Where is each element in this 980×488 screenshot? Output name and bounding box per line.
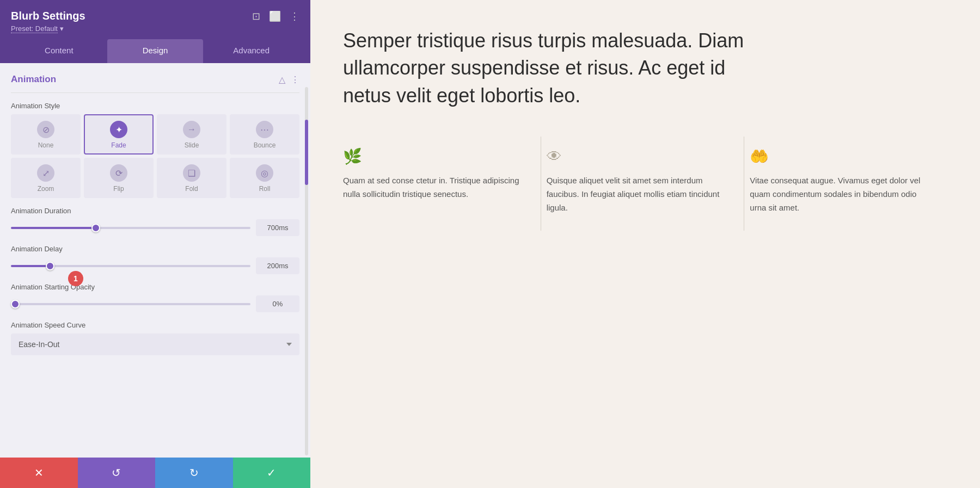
- card-1-text: Quam at sed conse ctetur in. Tristique a…: [343, 174, 524, 201]
- style-none[interactable]: ⊘ None: [11, 114, 81, 155]
- card-3-icon: 🤲: [750, 147, 931, 165]
- card-2-text: Quisque aliquet velit sit amet sem inter…: [547, 174, 728, 214]
- tab-design[interactable]: Design: [107, 39, 204, 63]
- fold-label: Fold: [185, 185, 198, 193]
- cards-row: 🌿 Quam at sed conse ctetur in. Tristique…: [343, 137, 947, 231]
- panel-title: Blurb Settings: [11, 10, 85, 22]
- flip-label: Flip: [113, 185, 124, 193]
- bottom-toolbar: ✕ ↺ ↻ ✓: [0, 458, 310, 488]
- opacity-input[interactable]: [256, 295, 299, 312]
- delay-input[interactable]: [256, 257, 299, 274]
- notification-badge: 1: [68, 271, 83, 286]
- style-slide[interactable]: → Slide: [157, 114, 226, 155]
- duration-slider-row: [11, 219, 299, 236]
- style-bounce[interactable]: ⋯ Bounce: [230, 114, 299, 155]
- roll-icon: ◎: [256, 164, 273, 182]
- undo-button[interactable]: ↺: [78, 458, 156, 488]
- resize-icon[interactable]: ⊡: [252, 10, 260, 22]
- content-area: Semper tristique risus turpis malesuada.…: [310, 0, 980, 488]
- main-heading: Semper tristique risus turpis malesuada.…: [343, 27, 746, 109]
- tab-advanced[interactable]: Advanced: [203, 39, 299, 63]
- opacity-slider-row: [11, 295, 299, 312]
- none-icon: ⊘: [37, 121, 54, 138]
- section-more-icon[interactable]: ⋮: [291, 75, 299, 85]
- tab-content[interactable]: Content: [11, 39, 107, 63]
- flip-icon: ⟳: [110, 164, 127, 182]
- redo-button[interactable]: ↻: [155, 458, 233, 488]
- slide-icon: →: [183, 121, 200, 138]
- panel-header: Blurb Settings ⊡ ⬜ ⋮ Preset: Default ▾ C…: [0, 0, 310, 63]
- opacity-slider[interactable]: [11, 303, 250, 305]
- speed-curve-select[interactable]: Ease-In-Out Linear Ease-In Ease-Out: [11, 333, 299, 355]
- style-zoom[interactable]: ⤢ Zoom: [11, 158, 81, 198]
- speed-curve-label: Animation Speed Curve: [11, 321, 299, 329]
- cancel-button[interactable]: ✕: [0, 458, 78, 488]
- slide-label: Slide: [185, 141, 199, 149]
- speed-curve-row: Ease-In-Out Linear Ease-In Ease-Out: [11, 333, 299, 355]
- style-roll[interactable]: ◎ Roll: [230, 158, 299, 198]
- more-icon[interactable]: ⋮: [290, 10, 299, 22]
- card-3-text: Vitae consequat augue. Vivamus eget dolo…: [750, 174, 931, 214]
- duration-input[interactable]: [256, 219, 299, 236]
- card-1-icon: 🌿: [343, 147, 524, 165]
- zoom-icon: ⤢: [37, 164, 54, 182]
- roll-label: Roll: [259, 185, 271, 193]
- style-flip[interactable]: ⟳ Flip: [84, 158, 154, 198]
- duration-label: Animation Duration: [11, 207, 299, 215]
- animation-style-grid: ⊘ None ✦ Fade → Slide ⋯ Bounce ⤢ Zoom ⟳ …: [11, 114, 299, 198]
- scrollbar[interactable]: [305, 87, 308, 455]
- fade-icon: ✦: [110, 121, 127, 138]
- animation-style-label: Animation Style: [11, 102, 299, 110]
- opacity-label: Animation Starting Opacity: [11, 283, 299, 291]
- none-label: None: [38, 141, 54, 149]
- animation-section-title: Animation: [11, 74, 56, 85]
- card-3: 🤲 Vitae consequat augue. Vivamus eget do…: [744, 137, 947, 231]
- card-1: 🌿 Quam at sed conse ctetur in. Tristique…: [343, 137, 541, 231]
- card-2-icon: 👁: [547, 147, 728, 165]
- fold-icon: ❑: [183, 164, 200, 182]
- style-fade[interactable]: ✦ Fade: [84, 114, 154, 155]
- style-fold[interactable]: ❑ Fold: [157, 158, 226, 198]
- card-2: 👁 Quisque aliquet velit sit amet sem int…: [541, 137, 744, 231]
- fullscreen-icon[interactable]: ⬜: [269, 10, 281, 22]
- save-button[interactable]: ✓: [233, 458, 311, 488]
- collapse-icon[interactable]: △: [279, 75, 285, 85]
- bounce-icon: ⋯: [256, 121, 273, 138]
- zoom-label: Zoom: [38, 185, 54, 193]
- delay-slider[interactable]: [11, 265, 250, 267]
- animation-section-header: Animation △ ⋮: [11, 63, 299, 93]
- header-icons: ⊡ ⬜ ⋮: [252, 10, 299, 22]
- delay-label: Animation Delay: [11, 245, 299, 253]
- delay-slider-row: [11, 257, 299, 274]
- duration-slider[interactable]: [11, 227, 250, 229]
- preset-selector[interactable]: Preset: Default ▾: [11, 24, 299, 33]
- panel-tabs: Content Design Advanced: [11, 39, 299, 63]
- fade-label: Fade: [111, 141, 126, 149]
- bounce-label: Bounce: [254, 141, 276, 149]
- settings-panel: Blurb Settings ⊡ ⬜ ⋮ Preset: Default ▾ C…: [0, 0, 310, 488]
- section-controls: △ ⋮: [279, 75, 299, 85]
- scrollbar-thumb[interactable]: [305, 120, 308, 185]
- panel-body: Animation △ ⋮ Animation Style ⊘ None ✦ F…: [0, 63, 310, 355]
